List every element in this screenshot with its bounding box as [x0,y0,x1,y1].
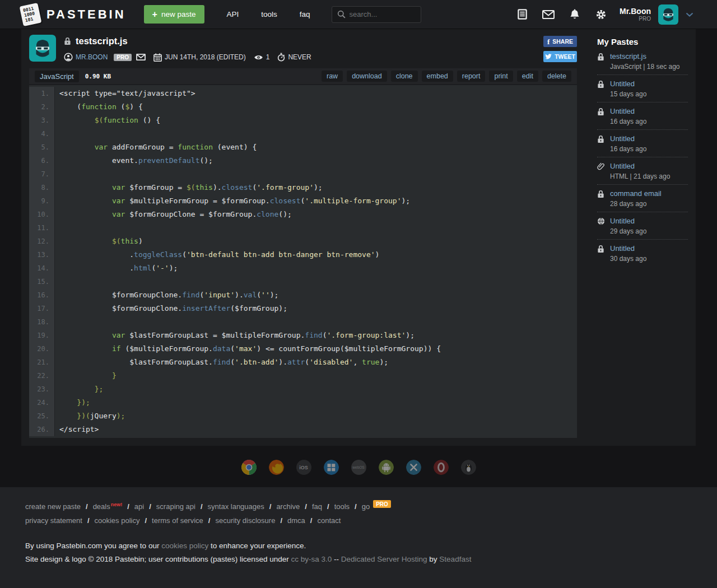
code-text: $(this) [55,235,143,248]
action-embed-button[interactable]: embed [422,71,453,82]
copyright-notice: Site design & logo © 2018 Pastebin; user… [25,555,717,563]
code-token: toggleClass [134,250,182,259]
message-author-icon[interactable] [136,54,146,60]
macos-icon[interactable] [406,460,421,475]
sidebar-paste-item[interactable]: testscript.jsJavaScript | 18 sec ago [597,48,688,75]
footer-link-syntax-languages[interactable]: syntax languages [208,502,264,511]
my-pastes-sidebar: My Pastes testscript.jsJavaScript | 18 s… [585,29,696,446]
action-raw-button[interactable]: raw [322,71,343,82]
action-download-button[interactable]: download [347,71,387,82]
messages-icon[interactable] [542,8,555,21]
code-line: 6. event.preventDefault(); [29,154,577,167]
code-line: 13. .toggleClass('btn-default btn-add bt… [29,248,577,262]
alerts-bell-icon[interactable] [569,8,581,21]
linux-icon[interactable] [461,460,476,475]
line-number: 13. [29,248,55,262]
code-token: this [195,183,213,192]
sidebar-paste-link[interactable]: command email [610,189,662,198]
code-token: (); [278,210,291,218]
ios-icon[interactable]: iOS [296,460,311,475]
webos-icon[interactable]: webOS [351,460,366,475]
legal-link[interactable]: Dedicated Server Hosting [341,555,427,563]
code-block: 1.<script type="text/javascript">2. (fun… [29,85,577,438]
sidebar-paste-link[interactable]: Untitled [610,134,646,143]
firefox-icon[interactable] [269,460,284,475]
search-input[interactable] [350,10,416,18]
pastebin-logo[interactable]: 0011 1000 101 PASTEBIN [21,4,126,25]
windows-icon[interactable] [324,460,339,475]
sidebar-paste-link[interactable]: testscript.js [610,52,680,60]
settings-gear-icon[interactable] [595,8,607,21]
code-text [55,167,59,181]
code-token: attr [287,358,305,366]
footer-link-privacy-statement[interactable]: privacy statement [25,516,82,525]
footer-link-tools[interactable]: tools [334,502,350,511]
code-token: ); [379,358,388,366]
action-print-button[interactable]: print [489,71,513,82]
action-edit-button[interactable]: edit [517,71,538,82]
code-token [59,398,77,407]
legal-text: by [427,555,440,563]
footer-link-dmca[interactable]: dmca [287,516,305,525]
footer-link-deals[interactable]: dealsnew! [93,502,123,511]
action-delete-button[interactable]: delete [542,71,571,82]
line-number: 9. [29,194,55,208]
line-number: 3. [29,114,55,127]
sidebar-paste-link[interactable]: Untitled [610,217,646,225]
user-avatar[interactable] [658,4,678,25]
user-menu[interactable]: Mr.Boon PRO [620,7,651,22]
chrome-icon[interactable] [241,460,257,475]
code-token [59,412,77,420]
code-token: . [59,250,134,259]
line-number: 8. [29,181,55,194]
nav-link-tools[interactable]: tools [261,10,277,18]
code-token: ); [406,331,415,339]
sidebar-paste-link[interactable]: Untitled [610,162,670,170]
sidebar-paste-item[interactable]: UntitledHTML | 21 days ago [597,157,688,185]
legal-link[interactable]: Steadfast [439,555,471,563]
code-token: closest [270,197,301,205]
code-line: 10. var $formGroupClone = $formGroup.clo… [29,208,577,221]
footer-link-go[interactable]: go [362,502,370,511]
action-clone-button[interactable]: clone [391,71,418,82]
sidebar-paste-item[interactable]: Untitled29 days ago [597,212,688,240]
chevron-down-icon[interactable] [686,12,693,17]
footer-link-scraping-api[interactable]: scraping api [156,502,195,511]
paste-author-avatar[interactable] [29,35,56,62]
footer-link-security-disclosure[interactable]: security disclosure [215,516,275,525]
action-report-button[interactable]: report [457,71,486,82]
sidebar-paste-sub: 16 days ago [610,118,646,125]
nav-link-api[interactable]: API [227,10,239,18]
my-pastes-icon[interactable] [516,8,528,21]
code-token: data [213,344,230,353]
footer-link-create-new-paste[interactable]: create new paste [25,502,81,511]
sidebar-paste-item[interactable]: Untitled30 days ago [597,240,688,267]
twitter-tweet-button[interactable]: TWEET [543,51,577,62]
sidebar-paste-item[interactable]: Untitled16 days ago [597,130,688,157]
footer-link-contact[interactable]: contact [317,516,341,525]
legal-link[interactable]: cookies policy [161,542,208,550]
opera-icon[interactable] [434,460,449,475]
footer-link-terms-of-service[interactable]: terms of service [152,516,203,525]
footer-link-archive[interactable]: archive [276,502,300,511]
sidebar-paste-item[interactable]: command email28 days ago [597,185,688,212]
sidebar-paste-item[interactable]: Untitled16 days ago [597,102,688,130]
nav-link-faq[interactable]: faq [300,10,310,18]
footer-link-faq[interactable]: faq [312,502,322,511]
footer-link-cookies-policy[interactable]: cookies policy [95,516,140,525]
legal-link[interactable]: cc by-sa 3.0 [291,555,332,563]
sidebar-paste-item[interactable]: Untitled15 days ago [597,75,688,102]
new-paste-button[interactable]: + new paste [144,5,204,24]
sidebar-paste-link[interactable]: Untitled [610,80,646,88]
sidebar-paste-link[interactable]: Untitled [610,244,646,253]
facebook-share-button[interactable]: f SHARE [543,36,577,47]
sidebar-paste-link[interactable]: Untitled [610,107,646,115]
android-icon[interactable] [379,460,394,475]
code-token: if [112,344,121,353]
code-token: ); [270,291,279,299]
author-link[interactable]: MR.BOON [76,53,108,61]
code-text: var $formGroup = $(this).closest('.form-… [55,181,323,194]
footer-link-api[interactable]: api [134,502,144,511]
syntax-language-chip[interactable]: JavaScript [35,71,79,82]
paste-meta: MR.BOON PRO JUN 14TH, 2018 (EDITED) [64,53,311,62]
